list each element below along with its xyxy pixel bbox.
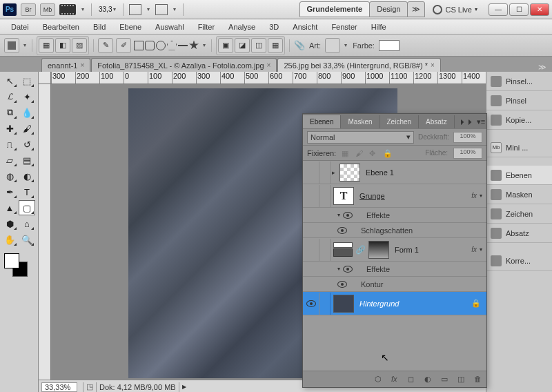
zoom-field[interactable]: 33,33% bbox=[41, 382, 77, 392]
maximize-button[interactable]: ☐ bbox=[509, 3, 529, 16]
layer-thumbnail[interactable] bbox=[339, 164, 360, 182]
adjustment-icon[interactable]: ◐ bbox=[424, 375, 434, 384]
layer-row[interactable]: ▸ Ebene 1 bbox=[303, 161, 486, 184]
panel-shortcut[interactable]: Korre... bbox=[486, 251, 552, 271]
path-select-tool[interactable]: ▲ bbox=[1, 200, 18, 215]
status-arrow-icon[interactable]: ▶ bbox=[182, 384, 186, 390]
panel-shortcut[interactable]: Absatz bbox=[486, 224, 552, 243]
type-tool[interactable]: T bbox=[19, 184, 35, 199]
film-dd-icon[interactable] bbox=[80, 6, 86, 12]
panel-shortcut[interactable]: Kopie... bbox=[486, 110, 552, 130]
opacity-field[interactable]: 100% bbox=[453, 132, 482, 143]
group-icon[interactable]: ▭ bbox=[441, 375, 451, 384]
cs-live[interactable]: CS Live▾ bbox=[433, 5, 477, 14]
layer-name[interactable]: Grunge bbox=[357, 192, 471, 200]
3d-tool[interactable]: ⬢ bbox=[1, 216, 18, 231]
panel-menu-icon[interactable]: ▾≡ bbox=[477, 117, 485, 126]
menu-filter[interactable]: Filter bbox=[191, 21, 221, 33]
doc-tabs-more[interactable]: ≫ bbox=[533, 63, 552, 72]
visibility-toggle[interactable] bbox=[303, 161, 319, 184]
eye-icon[interactable] bbox=[337, 227, 347, 234]
lock-pixels-icon[interactable]: 🖌 bbox=[355, 149, 364, 157]
close-button[interactable]: ✕ bbox=[530, 3, 549, 16]
lock-position-icon[interactable]: ✥ bbox=[369, 149, 377, 157]
vector-mask-thumbnail[interactable] bbox=[368, 241, 389, 259]
arrange-dd[interactable] bbox=[146, 6, 151, 12]
eye-icon[interactable] bbox=[337, 281, 347, 288]
fx-icon[interactable]: fx bbox=[391, 375, 401, 384]
layers-panel[interactable]: Ebenen Masken Zeichen Absatz ⏵⏵▾≡ Normal… bbox=[302, 113, 487, 388]
effects-row[interactable]: Effekte bbox=[303, 208, 486, 223]
gradient-tool[interactable]: ▤ bbox=[19, 153, 35, 168]
menu-ebene[interactable]: Ebene bbox=[112, 21, 148, 33]
effects-row[interactable]: Effekte bbox=[303, 262, 486, 277]
wand-tool[interactable]: ✦ bbox=[19, 89, 35, 104]
visibility-toggle[interactable] bbox=[303, 293, 319, 315]
workspace-tab-design[interactable]: Design bbox=[369, 1, 408, 17]
menu-datei[interactable]: Datei bbox=[4, 21, 36, 33]
layer-thumbnail[interactable] bbox=[333, 295, 354, 313]
link-styles-icon[interactable]: 📎 bbox=[294, 40, 305, 50]
rounded-rect-icon[interactable] bbox=[145, 41, 155, 50]
tab-ebenen[interactable]: Ebenen bbox=[303, 115, 341, 128]
workspace-tab-grundelemente[interactable]: Grundelemente bbox=[299, 1, 371, 17]
bridge-icon[interactable]: Br bbox=[21, 3, 36, 16]
doc-tab-1[interactable]: enannt-1× bbox=[41, 58, 90, 72]
close-icon[interactable]: × bbox=[431, 61, 435, 69]
menu-bearbeiten[interactable]: Bearbeiten bbox=[36, 21, 86, 33]
tool-preset-dd[interactable] bbox=[22, 42, 28, 48]
color-swatch[interactable] bbox=[379, 40, 400, 51]
menu-3d[interactable]: 3D bbox=[262, 21, 286, 33]
close-icon[interactable]: × bbox=[80, 61, 84, 69]
shape-layers-icon[interactable]: ▦ bbox=[39, 38, 54, 53]
nav-icon[interactable]: ◳ bbox=[86, 382, 93, 391]
stamp-tool[interactable]: ⎍ bbox=[1, 137, 18, 152]
layer-row[interactable]: Hintergrund 🔒 bbox=[303, 292, 486, 315]
mask-icon[interactable]: ◻ bbox=[408, 375, 417, 384]
panel-shortcut[interactable]: Ebenen bbox=[486, 166, 552, 185]
3d-camera-tool[interactable]: ⌂ bbox=[19, 216, 35, 231]
ruler-horizontal[interactable]: 3002001000100200300400500600700800900100… bbox=[51, 72, 486, 84]
eye-icon[interactable] bbox=[343, 266, 353, 273]
shape-tool[interactable]: ▢ bbox=[19, 200, 35, 215]
tool-preset-icon[interactable] bbox=[4, 38, 19, 53]
fill-field[interactable]: 100% bbox=[453, 148, 482, 159]
visibility-toggle[interactable] bbox=[303, 185, 319, 207]
layer-thumbnail[interactable]: T bbox=[333, 187, 354, 205]
menu-bild[interactable]: Bild bbox=[86, 21, 112, 33]
panel-shortcut[interactable]: Masken bbox=[486, 185, 552, 204]
doc-tab-2[interactable]: Fotolia_8715458_XL - © Azaliya - Fotolia… bbox=[91, 58, 277, 72]
layer-name[interactable]: Ebene 1 bbox=[363, 168, 486, 177]
lock-transparency-icon[interactable]: ▦ bbox=[342, 149, 350, 157]
film-icon[interactable] bbox=[59, 4, 76, 15]
crop-tool[interactable]: ⧉ bbox=[1, 105, 18, 120]
doc-tab-3[interactable]: 256.jpg bei 33,3% (Hintergrund, RGB/8#) … bbox=[277, 58, 440, 72]
fx-badge[interactable]: fx bbox=[471, 192, 480, 199]
panel-shortcut[interactable]: MbMini ... bbox=[486, 138, 552, 157]
zoom-dropdown[interactable]: 33,3 bbox=[97, 6, 117, 13]
history-brush-tool[interactable]: ↺ bbox=[19, 137, 35, 152]
fx-badge[interactable]: fx bbox=[471, 246, 480, 253]
panel-shortcut[interactable]: Zeichen bbox=[486, 204, 552, 224]
menu-hilfe[interactable]: Hilfe bbox=[364, 21, 393, 33]
workspace-more[interactable]: ≫ bbox=[407, 1, 425, 17]
pen-tool[interactable]: ✒ bbox=[1, 184, 18, 199]
eraser-tool[interactable]: ▱ bbox=[1, 153, 18, 168]
minimize-button[interactable]: — bbox=[489, 3, 508, 16]
path-subtract-icon[interactable]: ◪ bbox=[235, 38, 250, 53]
rect-icon[interactable] bbox=[134, 41, 144, 50]
style-dd[interactable] bbox=[343, 42, 348, 48]
close-icon[interactable]: × bbox=[267, 61, 271, 69]
blur-tool[interactable]: ◍ bbox=[1, 168, 18, 184]
arrange-icon[interactable] bbox=[129, 4, 141, 15]
panel-collapse-icon[interactable]: ⏵⏵ bbox=[459, 117, 474, 126]
foreground-color[interactable] bbox=[4, 253, 19, 268]
path-exclude-icon[interactable]: ▦ bbox=[268, 38, 283, 53]
tab-zeichen[interactable]: Zeichen bbox=[380, 115, 420, 128]
fill-pixels-icon[interactable]: ▨ bbox=[72, 38, 87, 53]
hand-tool[interactable]: ✋ bbox=[1, 232, 18, 247]
delete-icon[interactable]: 🗑 bbox=[474, 375, 484, 384]
line-icon[interactable] bbox=[178, 45, 188, 46]
link-layers-icon[interactable]: ⬡ bbox=[375, 375, 384, 384]
ellipse-icon[interactable] bbox=[156, 41, 166, 50]
